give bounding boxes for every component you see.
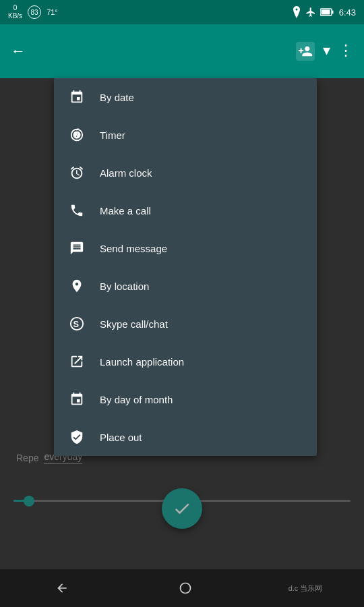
phone-icon — [67, 201, 86, 220]
menu-item-launch[interactable]: Launch application — [54, 343, 317, 380]
menu-item-timer[interactable]: Timer — [54, 116, 317, 154]
menu-item-skype[interactable]: S Skype call/chat — [54, 305, 317, 343]
location-label: By location — [100, 281, 149, 292]
time-display: 6:43 — [339, 7, 356, 18]
svg-rect-1 — [321, 10, 330, 15]
dropdown-menu: By date Timer Alarm clock — [54, 78, 317, 456]
by-day-label: By day of month — [100, 394, 173, 405]
call-label: Make a call — [100, 205, 151, 216]
battery-icon — [320, 8, 334, 16]
svg-rect-2 — [332, 11, 333, 14]
status-bar: 0KB/s 83 71° 6:43 — [0, 0, 364, 24]
menu-item-location[interactable]: By location — [54, 267, 317, 305]
home-nav-button[interactable] — [165, 575, 206, 602]
calendar2-icon — [67, 390, 86, 409]
skype-label: Skype call/chat — [100, 318, 168, 330]
app-bar: ← ▾ ⋮ — [0, 24, 364, 78]
main-content: By date Timer Alarm clock — [0, 78, 364, 569]
svg-point-6 — [180, 583, 190, 594]
temperature: 71° — [47, 8, 58, 16]
bottom-nav: d.c 当乐网 — [0, 569, 364, 607]
status-icons — [292, 6, 334, 18]
dbm-indicator: 83 — [28, 5, 41, 19]
message-icon — [67, 239, 86, 258]
message-label: Send message — [100, 243, 167, 254]
menu-item-by-date[interactable]: By date — [54, 78, 317, 116]
launch-label: Launch application — [100, 356, 184, 368]
skype-icon: S — [67, 314, 86, 333]
alarm-icon — [67, 163, 86, 182]
timer-icon — [67, 125, 86, 144]
back-nav-button[interactable] — [42, 575, 82, 602]
timer-label: Timer — [100, 129, 125, 141]
menu-item-by-day[interactable]: By day of month — [54, 380, 317, 418]
status-left: 0KB/s 83 71° — [8, 4, 58, 20]
airplane-icon — [305, 7, 316, 18]
by-date-label: By date — [100, 92, 134, 103]
network-speed: 0KB/s — [8, 4, 22, 20]
watermark-text: d.c 当乐网 — [289, 583, 323, 594]
check-shield-icon — [67, 428, 86, 446]
app-bar-actions: ▾ ⋮ — [296, 42, 353, 61]
svg-text:S: S — [73, 319, 80, 329]
menu-item-message[interactable]: Send message — [54, 229, 317, 267]
more-options-icon[interactable]: ⋮ — [338, 42, 353, 61]
calendar-icon — [67, 88, 86, 107]
menu-item-alarm[interactable]: Alarm clock — [54, 154, 317, 192]
add-contact-icon[interactable] — [296, 42, 315, 61]
dropdown-arrow[interactable]: ▾ — [323, 42, 330, 61]
watermark-area: d.c 当乐网 — [289, 583, 323, 594]
launch-icon — [67, 352, 86, 371]
menu-item-place-out[interactable]: Place out — [54, 418, 317, 456]
menu-item-call[interactable]: Make a call — [54, 192, 317, 229]
back-button[interactable]: ← — [11, 42, 26, 60]
location-status-icon — [292, 6, 301, 18]
alarm-label: Alarm clock — [100, 167, 152, 179]
status-right: 6:43 — [292, 6, 356, 18]
location-icon — [67, 277, 86, 295]
place-out-label: Place out — [100, 432, 142, 443]
